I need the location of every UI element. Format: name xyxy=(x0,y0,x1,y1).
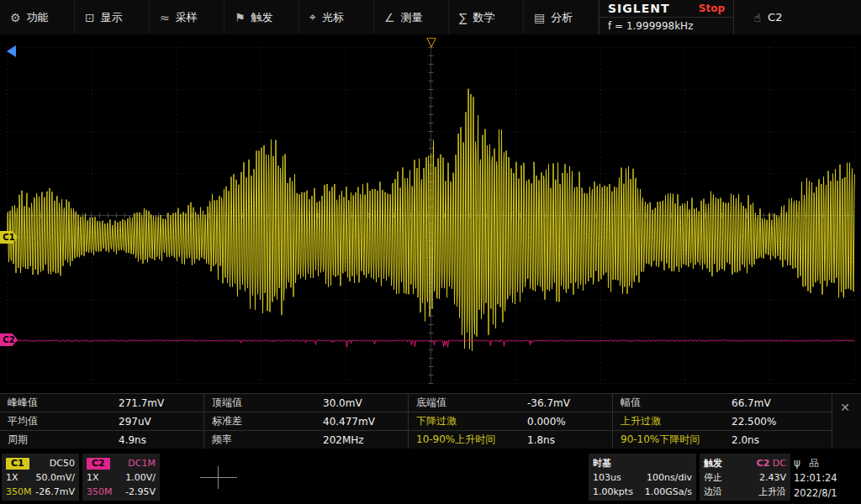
measure-cell: 平均值 297uV xyxy=(0,412,204,431)
timebase-scale: 100ns/div xyxy=(647,472,692,483)
measure-value: 202MHz xyxy=(323,434,364,446)
menu-item-display[interactable]: ⊡ 显示 xyxy=(75,0,150,34)
measure-value: 66.7mV xyxy=(732,397,771,409)
sampling-icon: ≈ xyxy=(160,11,170,24)
measure-value: 1.8ns xyxy=(527,434,555,446)
measure-value: 40.477mV xyxy=(323,416,375,428)
measure-value: 0.000% xyxy=(527,416,566,428)
channel1-coupling: DC50 xyxy=(50,458,75,469)
menu-label: 采样 xyxy=(176,10,198,25)
measure-cell: 顶端值 30.0mV xyxy=(204,394,409,412)
analysis-icon: ▤ xyxy=(534,11,545,24)
trigger-title: 触发 xyxy=(704,457,722,470)
menu-item-analysis[interactable]: ▤ 分析 xyxy=(524,0,599,34)
measure-cell: 10-90%上升时间 1.8ns xyxy=(409,431,613,449)
channel1-bandwidth: 350M xyxy=(6,486,32,497)
measure-label: 10-90%上升时间 xyxy=(409,433,527,447)
crosshair-icon[interactable] xyxy=(197,465,240,491)
touch-icon: ☝ xyxy=(754,11,762,24)
measure-cell: 幅值 66.7mV xyxy=(613,394,832,412)
measure-value: 22.500% xyxy=(732,416,776,428)
trigger-coupling: DC xyxy=(773,458,786,469)
horizontal-trigger-arrow-icon[interactable] xyxy=(7,45,16,57)
network-icon: 品 xyxy=(809,456,819,470)
measure-label: 底端值 xyxy=(409,396,527,410)
menu-label: 功能 xyxy=(27,10,49,25)
close-icon[interactable]: ✕ xyxy=(837,399,853,416)
measure-label: 平均值 xyxy=(0,414,119,428)
measure-label: 90-10%下降时间 xyxy=(613,433,732,447)
menu-label: 触发 xyxy=(251,10,273,25)
measure-cell: 上升过激 22.500% xyxy=(613,412,832,431)
menu-item-function[interactable]: ⚙ 功能 xyxy=(0,0,75,34)
measure-value: 4.9ns xyxy=(119,434,146,446)
timebase-box[interactable]: 时基 103us 100ns/div 1.00kpts 1.00GSa/s xyxy=(589,454,696,501)
timebase-title: 时基 xyxy=(593,457,611,470)
measure-label: 标准差 xyxy=(204,414,323,428)
main-menu: ⚙ 功能 ⊡ 显示 ≈ 采样 ⚑ 触发 ⌖ 光标 ∠ 测量 ∑ 数学 ▤ 分析 xyxy=(0,0,599,34)
measure-cell: 下降过激 0.000% xyxy=(409,412,613,431)
channel1-offset: -26.7mV xyxy=(35,486,75,497)
menu-label: 数学 xyxy=(473,10,494,25)
usb-icon: ψ xyxy=(794,457,800,469)
trigger-source: C2 xyxy=(757,458,770,469)
topbar-filler xyxy=(802,0,861,34)
channel2-badge: C2 xyxy=(87,458,110,470)
menu-item-cursor[interactable]: ⌖ 光标 xyxy=(299,0,374,34)
channel2-coupling: DC1M xyxy=(128,458,156,469)
cursor-icon: ⌖ xyxy=(309,10,316,24)
trigger-frequency-value: f = 1.999998kHz xyxy=(608,20,693,32)
display-icon: ⊡ xyxy=(85,11,95,24)
channel1-badge: C1 xyxy=(6,458,29,470)
trigger-type: 边沿 xyxy=(704,486,722,498)
timebase-sample-rate: 1.00GSa/s xyxy=(645,486,692,497)
math-icon: ∑ xyxy=(459,11,467,24)
trigger-status-box[interactable]: 触发 C2 DC 停止 2.43V 边沿 上升沿 xyxy=(700,454,790,501)
measure-value: 297uV xyxy=(119,416,151,428)
trigger-frequency-readout: f = 1.999998kHz xyxy=(600,17,733,34)
trigger-level: 2.43V xyxy=(759,472,786,483)
measure-value: 2.0ns xyxy=(732,434,759,446)
waveform-canvas[interactable] xyxy=(0,35,861,393)
measure-label: 幅值 xyxy=(613,396,732,410)
measure-label: 峰峰值 xyxy=(0,396,119,410)
measure-label: 频率 xyxy=(204,433,323,447)
menu-item-math[interactable]: ∑ 数学 xyxy=(449,0,524,34)
menu-item-acquire[interactable]: ≈ 采样 xyxy=(150,0,224,34)
channel1-scale: 50.0mV/ xyxy=(36,472,75,483)
measure-icon: ∠ xyxy=(384,11,395,24)
channel1-attenuation: 1X xyxy=(6,472,18,483)
measure-value: 271.7mV xyxy=(119,397,164,409)
channel2-descriptor-box[interactable]: C2 DC1M 1X 1.00V/ 350M -2.95V xyxy=(82,454,160,501)
menu-label: 显示 xyxy=(101,10,123,25)
menu-label: 测量 xyxy=(401,10,423,25)
trigger-position-marker[interactable]: ▽ xyxy=(425,36,438,48)
menu-item-measure[interactable]: ∠ 测量 xyxy=(374,0,449,34)
measurement-panel: 峰峰值 271.7mV 顶端值 30.0mV 底端值 -36.7mV 幅值 66… xyxy=(0,393,861,449)
channel1-descriptor-box[interactable]: C1 DC50 1X 50.0mV/ 350M -26.7mV xyxy=(2,454,79,501)
bottom-status-bar: C1 DC50 1X 50.0mV/ 350M -26.7mV C2 DC1M … xyxy=(0,449,861,504)
brand-block: SIGLENT Stop f = 1.999998kHz xyxy=(599,0,733,34)
active-channel-selector[interactable]: ☝ C2 xyxy=(733,0,802,34)
measure-label: 上升过激 xyxy=(613,414,732,428)
channel2-bandwidth: 350M xyxy=(87,486,113,497)
measure-cell: 周期 4.9ns xyxy=(0,431,204,449)
trigger-slope: 上升沿 xyxy=(758,486,786,498)
clock-time: 12:01:24 xyxy=(794,472,837,484)
clock-block: ψ 品 12:01:24 2022/8/1 xyxy=(794,455,859,502)
menu-label: 分析 xyxy=(551,10,573,25)
gear-icon: ⚙ xyxy=(10,11,21,24)
channel2-offset: -2.95V xyxy=(125,486,156,497)
measure-label: 下降过激 xyxy=(409,414,527,428)
waveform-display-area[interactable]: ▽ C1 C2 xyxy=(0,35,861,393)
measure-label: 周期 xyxy=(0,433,119,447)
active-channel-label: C2 xyxy=(768,11,782,24)
top-menu-bar: ⚙ 功能 ⊡ 显示 ≈ 采样 ⚑ 触发 ⌖ 光标 ∠ 测量 ∑ 数学 ▤ 分析 xyxy=(0,0,861,35)
channel2-scale: 1.00V/ xyxy=(125,472,156,483)
flag-icon: ⚑ xyxy=(235,11,246,24)
timebase-memory-depth: 1.00kpts xyxy=(593,486,633,497)
menu-item-trigger[interactable]: ⚑ 触发 xyxy=(224,0,299,34)
menu-label: 光标 xyxy=(322,10,344,25)
measure-value: 30.0mV xyxy=(323,397,362,409)
siglent-logo: SIGLENT xyxy=(608,2,670,15)
